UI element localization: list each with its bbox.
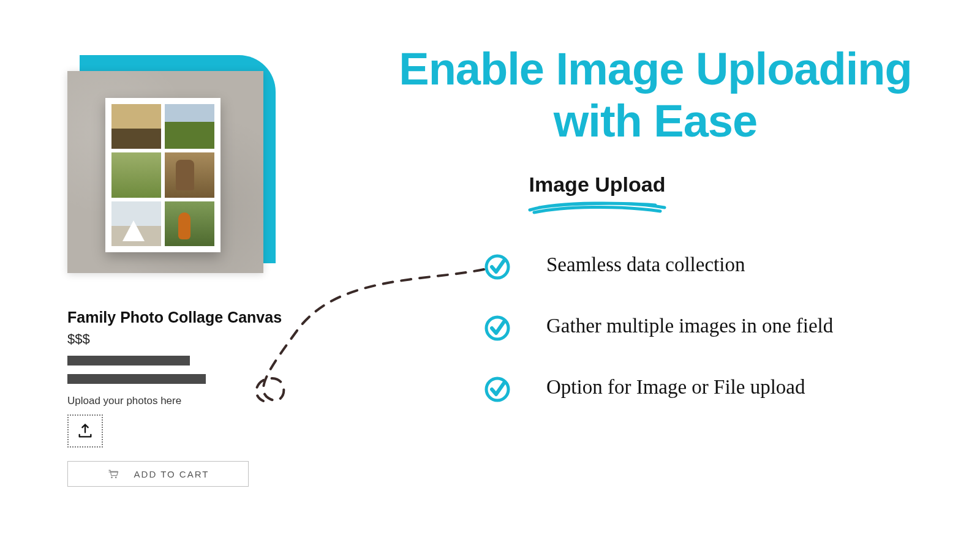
add-to-cart-button[interactable]: ADD TO CART (67, 461, 249, 487)
check-circle-icon (484, 376, 511, 403)
collage-tile (111, 201, 161, 246)
collage-tile (165, 201, 214, 246)
collage-tile (165, 104, 214, 149)
check-circle-icon (484, 315, 511, 342)
svg-point-1 (115, 477, 116, 479)
product-title: Family Photo Collage Canvas (67, 309, 288, 326)
upload-label: Upload your photos here (67, 395, 288, 407)
check-circle-icon (484, 253, 511, 280)
svg-point-0 (111, 477, 113, 479)
collage-tile (165, 152, 214, 197)
collage-tile (111, 152, 161, 197)
feature-text: Seamless data collection (546, 251, 745, 279)
feature-item: Option for Image or File upload (484, 373, 925, 403)
upload-dropzone[interactable] (67, 414, 103, 448)
subhead: Image Upload (527, 173, 668, 197)
headline: Enable Image Uploading with Ease (361, 43, 949, 147)
feature-text: Gather multiple images in one field (546, 312, 833, 340)
placeholder-line (67, 356, 190, 365)
subhead-block: Image Upload (527, 173, 668, 219)
feature-item: Gather multiple images in one field (484, 312, 925, 342)
upload-icon (77, 422, 94, 440)
collage-canvas (105, 98, 221, 252)
collage-tile (111, 104, 161, 149)
product-image (67, 71, 263, 273)
placeholder-line (67, 374, 206, 384)
feature-item: Seamless data collection (484, 251, 925, 280)
underline-scribble-icon (527, 199, 668, 216)
product-price: $$$ (67, 331, 288, 347)
product-card: Family Photo Collage Canvas $$$ Upload y… (67, 55, 288, 487)
cart-icon (107, 468, 119, 479)
feature-text: Option for Image or File upload (546, 373, 805, 401)
feature-list: Seamless data collection Gather multiple… (484, 251, 925, 435)
add-to-cart-label: ADD TO CART (134, 469, 209, 479)
